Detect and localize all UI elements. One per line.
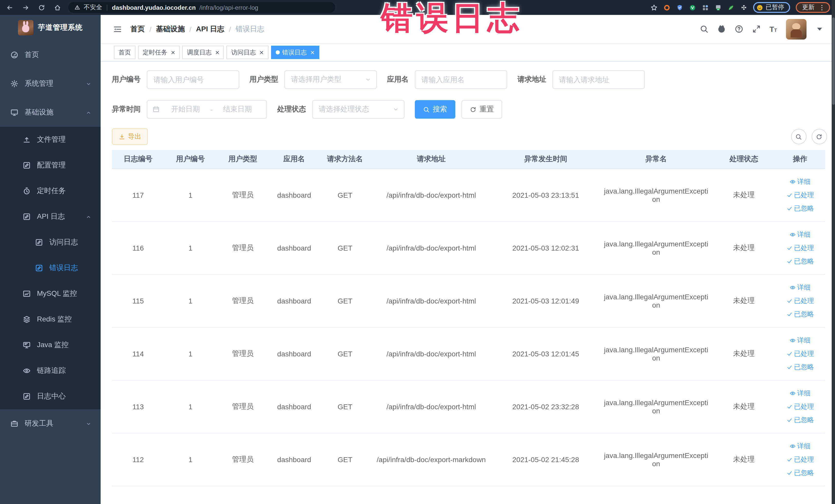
column-header-日志编号: 日志编号: [112, 150, 164, 168]
paused-badge[interactable]: 已暂停: [753, 2, 790, 13]
search-icon[interactable]: [700, 25, 709, 33]
sidebar-item-错误日志[interactable]: 错误日志: [0, 255, 101, 281]
extension-leaf-icon[interactable]: [727, 4, 734, 11]
extension-green-check-icon[interactable]: [689, 4, 696, 11]
page-scrollbar[interactable]: [831, 0, 835, 504]
export-button[interactable]: 导出: [112, 128, 148, 145]
sidebar-item-API 日志[interactable]: API 日志: [0, 204, 101, 229]
address-bar[interactable]: 不安全 dashboard.yudao.iocoder.cn/infra/log…: [68, 2, 335, 13]
breadcrumb-item[interactable]: API 日志: [196, 24, 224, 34]
processed-link[interactable]: 已处理: [778, 452, 822, 466]
browser-back-icon[interactable]: [6, 4, 13, 11]
app-logo[interactable]: 芋道管理系统: [0, 15, 101, 41]
fullscreen-icon[interactable]: [752, 25, 761, 33]
app-name-label: 应用名: [387, 75, 409, 84]
ignored-link[interactable]: 已忽略: [778, 466, 822, 479]
extension-grid-icon[interactable]: [701, 4, 709, 11]
not-secure-icon: [75, 5, 80, 10]
sidebar: 芋道管理系统 首页系统管理基础设施文件管理配置管理定时任务API 日志访问日志错…: [0, 15, 101, 504]
breadcrumb-item[interactable]: 首页: [130, 24, 145, 34]
close-icon[interactable]: ×: [310, 49, 314, 56]
cell-url: /api/infra/db-doc/export-markdown: [371, 433, 492, 486]
top-navbar: 首页 / 基础设施 / API 日志 / 错误日志 TT: [101, 15, 835, 44]
ignored-link[interactable]: 已忽略: [778, 360, 822, 374]
ignored-link[interactable]: 已忽略: [778, 307, 822, 321]
detail-link[interactable]: 详细: [778, 228, 822, 241]
cell-user_type: 管理员: [217, 221, 269, 274]
sidebar-item-链路追踪[interactable]: 链路追踪: [0, 358, 101, 384]
cell-exception: java.lang.IllegalArgumentException: [599, 327, 713, 380]
detail-link[interactable]: 详细: [778, 175, 822, 188]
column-header-异常发生时间: 异常发生时间: [492, 150, 599, 168]
processed-link[interactable]: 已处理: [778, 188, 822, 202]
user-avatar[interactable]: [786, 19, 806, 39]
ignored-link[interactable]: 已忽略: [778, 255, 822, 268]
exception-time-range-picker[interactable]: 开始日期 - 结束日期: [147, 100, 267, 119]
sidebar-item-配置管理[interactable]: 配置管理: [0, 153, 101, 178]
sidebar-item-Redis 监控[interactable]: Redis 监控: [0, 306, 101, 332]
extension-on-badge-icon[interactable]: on: [714, 4, 721, 11]
cell-method: GET: [319, 221, 371, 274]
tab-定时任务[interactable]: 定时任务×: [138, 46, 180, 59]
sidebar-item-定时任务[interactable]: 定时任务: [0, 178, 101, 204]
close-icon[interactable]: ×: [260, 49, 264, 56]
cell-id: 115: [112, 274, 164, 327]
sidebar-item-Java 监控[interactable]: Java 监控: [0, 332, 101, 358]
bookmark-star-icon[interactable]: [650, 4, 657, 11]
tab-错误日志[interactable]: 错误日志×: [271, 46, 319, 59]
help-icon[interactable]: [735, 25, 744, 33]
sidebar-item-日志中心[interactable]: 日志中心: [0, 384, 101, 409]
tab-首页[interactable]: 首页: [114, 46, 136, 59]
processed-link[interactable]: 已处理: [778, 241, 822, 255]
sidebar-item-访问日志[interactable]: 访问日志: [0, 229, 101, 255]
gear-icon: [10, 80, 19, 88]
process-status-select[interactable]: 请选择处理状态: [312, 100, 405, 119]
extensions-puzzle-icon[interactable]: [740, 4, 747, 11]
toggle-search-button[interactable]: [791, 129, 806, 144]
tab-调度日志[interactable]: 调度日志×: [182, 46, 224, 59]
breadcrumb-item[interactable]: 基础设施: [156, 24, 185, 34]
ignored-link[interactable]: 已忽略: [778, 413, 822, 426]
processed-link[interactable]: 已处理: [778, 347, 822, 360]
update-button[interactable]: 更新: [795, 2, 830, 13]
user-id-input[interactable]: [147, 70, 239, 89]
sidebar-item-基础设施[interactable]: 基础设施: [0, 98, 101, 127]
processed-link[interactable]: 已处理: [778, 294, 822, 307]
sidebar-item-系统管理[interactable]: 系统管理: [0, 69, 101, 98]
sidebar-item-文件管理[interactable]: 文件管理: [0, 127, 101, 153]
ignored-link[interactable]: 已忽略: [778, 202, 822, 215]
cell-id: 112: [112, 433, 164, 486]
detail-link[interactable]: 详细: [778, 386, 822, 400]
scrollbar-thumb[interactable]: [832, 18, 834, 105]
browser-forward-icon[interactable]: [22, 4, 29, 11]
caret-down-icon[interactable]: [815, 25, 824, 33]
sidebar-item-MySQL 监控[interactable]: MySQL 监控: [0, 281, 101, 306]
detail-link[interactable]: 详细: [778, 334, 822, 347]
cell-user_type: 管理员: [217, 327, 269, 380]
search-button[interactable]: 搜索: [415, 100, 455, 119]
user-type-select[interactable]: 请选择用户类型: [284, 70, 377, 89]
close-icon[interactable]: ×: [215, 49, 219, 56]
detail-link[interactable]: 详细: [778, 439, 822, 452]
github-icon[interactable]: [717, 25, 726, 33]
sidebar-item-研发工具[interactable]: 研发工具: [0, 409, 101, 438]
app-name-input[interactable]: [415, 70, 507, 89]
browser-reload-icon[interactable]: [38, 4, 45, 11]
tab-访问日志[interactable]: 访问日志×: [227, 46, 268, 59]
font-size-icon[interactable]: TT: [770, 25, 777, 33]
check-icon: [786, 245, 792, 251]
processed-link[interactable]: 已处理: [778, 400, 822, 413]
sidebar-item-label: 定时任务: [37, 186, 66, 196]
close-icon[interactable]: ×: [171, 49, 175, 56]
refresh-table-button[interactable]: [811, 129, 827, 144]
extension-orange-ring-icon[interactable]: [663, 4, 670, 11]
hamburger-icon[interactable]: [113, 24, 122, 34]
sidebar-item-首页[interactable]: 首页: [0, 41, 101, 69]
detail-link[interactable]: 详细: [778, 281, 822, 294]
browser-home-icon[interactable]: [54, 4, 61, 11]
reset-button[interactable]: 重置: [462, 100, 502, 119]
browser-menu-icon[interactable]: [818, 4, 825, 11]
extension-shield-icon[interactable]: [676, 4, 683, 11]
request-url-input[interactable]: [552, 70, 645, 89]
column-header-请求方法名: 请求方法名: [319, 150, 371, 168]
